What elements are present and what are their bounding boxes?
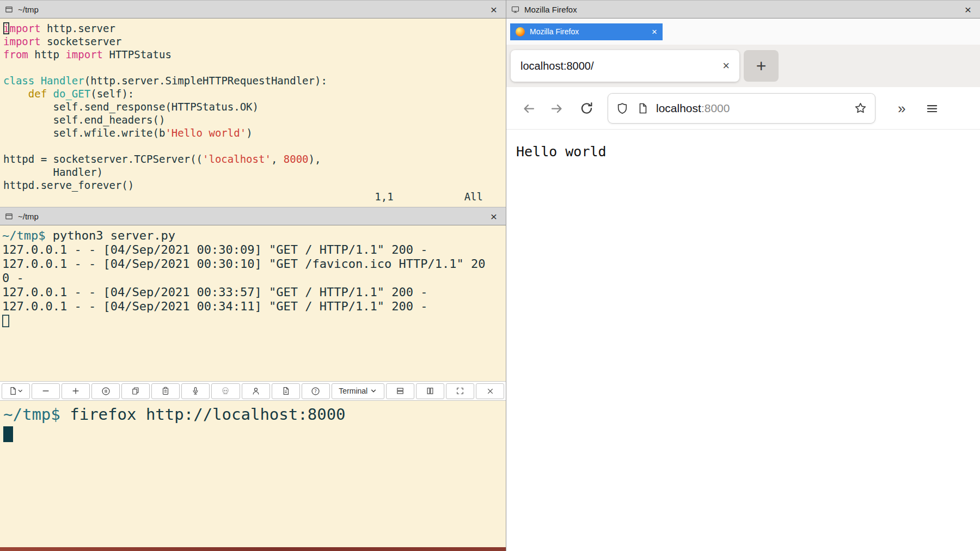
editor-close-button[interactable]: × bbox=[491, 4, 497, 15]
copy-icon bbox=[131, 386, 140, 396]
fullscreen-icon bbox=[455, 386, 465, 396]
wm-tab-row: Mozilla Firefox × bbox=[506, 19, 980, 45]
log-title: ~/tmp bbox=[18, 212, 39, 221]
monitor-icon bbox=[511, 5, 520, 14]
forward-arrow-icon bbox=[550, 101, 565, 116]
help-button[interactable]: ? bbox=[302, 383, 330, 399]
log-close-button[interactable]: × bbox=[491, 211, 497, 222]
firefox-window: Mozilla Firefox × Mozilla Firefox × loca… bbox=[506, 0, 980, 551]
back-button[interactable] bbox=[520, 101, 536, 116]
vim-ruler: 1,1 bbox=[375, 191, 393, 203]
forward-button[interactable] bbox=[550, 101, 565, 116]
terminal-type-select[interactable]: Terminal bbox=[332, 383, 384, 399]
firefox-window-title: Mozilla Firefox bbox=[524, 5, 577, 14]
svg-text:?: ? bbox=[314, 388, 317, 394]
editor-title: ~/tmp bbox=[18, 5, 39, 14]
minus-icon bbox=[41, 386, 51, 396]
code-lines: import http.serverimport socketserverfro… bbox=[3, 22, 504, 192]
split-horizontal-button[interactable] bbox=[386, 383, 414, 399]
plus-icon bbox=[71, 386, 81, 396]
wm-tab-close-button[interactable]: × bbox=[652, 27, 657, 36]
user-button[interactable] bbox=[242, 383, 270, 399]
shell-lines: ~/tmp$ firefox http://localhost:8000 bbox=[3, 405, 503, 442]
pause-icon bbox=[101, 386, 111, 396]
copy-button[interactable] bbox=[121, 383, 150, 399]
shield-icon[interactable] bbox=[616, 102, 629, 115]
hello-world-text: Hello world bbox=[516, 144, 607, 160]
hamburger-menu-icon bbox=[925, 101, 939, 115]
overflow-menu-button[interactable]: » bbox=[898, 101, 905, 115]
navigation-toolbar: localhost :8000 » bbox=[506, 87, 980, 130]
firefox-titlebar[interactable]: Mozilla Firefox × bbox=[506, 0, 980, 19]
microphone-icon bbox=[191, 386, 200, 396]
split-horizontal-icon bbox=[395, 386, 405, 396]
microphone-button[interactable] bbox=[181, 383, 210, 399]
new-window-button[interactable] bbox=[2, 383, 30, 399]
terminal-window-icon bbox=[4, 212, 14, 221]
screen: ~/tmp × import http.serverimport sockets… bbox=[0, 0, 980, 551]
log-lines: ~/tmp$ python3 server.py127.0.0.1 - - [0… bbox=[2, 229, 504, 328]
terminal-panel: ~/tmp × import http.serverimport sockets… bbox=[0, 0, 506, 551]
url-port: :8000 bbox=[701, 102, 730, 115]
back-arrow-icon bbox=[520, 101, 536, 116]
url-bar[interactable]: localhost :8000 bbox=[608, 94, 875, 123]
firefox-window-close-button[interactable]: × bbox=[965, 4, 971, 15]
tab-localhost[interactable]: localhost:8000/ × bbox=[511, 50, 739, 82]
wm-tab-label: Mozilla Firefox bbox=[530, 27, 579, 36]
font-decrease-button[interactable] bbox=[32, 383, 60, 399]
shell-terminal[interactable]: ~/tmp$ firefox http://localhost:8000 bbox=[0, 401, 506, 547]
skull-icon bbox=[220, 386, 230, 396]
font-increase-button[interactable] bbox=[62, 383, 90, 399]
document-icon bbox=[281, 386, 291, 396]
page-icon[interactable] bbox=[636, 102, 649, 115]
toolbar-close-button[interactable] bbox=[476, 383, 504, 399]
fullscreen-button[interactable] bbox=[446, 383, 474, 399]
document-button[interactable] bbox=[272, 383, 300, 399]
firefox-logo-icon bbox=[516, 27, 525, 36]
bookmark-star-button[interactable] bbox=[854, 101, 867, 115]
terminal-type-label: Terminal bbox=[339, 387, 367, 395]
help-icon: ? bbox=[310, 386, 321, 396]
reload-icon bbox=[579, 101, 594, 115]
split-vertical-icon bbox=[425, 386, 435, 396]
wm-tab-firefox[interactable]: Mozilla Firefox × bbox=[510, 23, 663, 40]
vim-editor[interactable]: import http.serverimport socketserverfro… bbox=[0, 19, 506, 207]
new-tab-button[interactable]: + bbox=[744, 50, 779, 82]
url-host: localhost bbox=[656, 102, 701, 115]
broadcast-kill-button[interactable] bbox=[211, 383, 240, 399]
paste-icon bbox=[161, 386, 170, 396]
editor-titlebar[interactable]: ~/tmp × bbox=[0, 0, 506, 19]
tab-close-button[interactable]: × bbox=[722, 60, 730, 72]
terminal-window-icon bbox=[4, 5, 14, 14]
tab-strip: localhost:8000/ × + bbox=[506, 45, 980, 87]
paste-button[interactable] bbox=[151, 383, 180, 399]
tab-title: localhost:8000/ bbox=[520, 60, 594, 72]
split-vertical-button[interactable] bbox=[416, 383, 444, 399]
dock-strip bbox=[0, 547, 506, 551]
pause-button[interactable] bbox=[91, 383, 120, 399]
new-window-icon bbox=[9, 386, 23, 396]
star-icon bbox=[854, 101, 867, 115]
close-icon bbox=[486, 387, 495, 396]
terminal-toolbar: ? Terminal bbox=[0, 381, 506, 401]
chevron-down-icon bbox=[370, 388, 377, 394]
page-content: Hello world bbox=[506, 130, 980, 551]
log-titlebar[interactable]: ~/tmp × bbox=[0, 207, 506, 225]
reload-button[interactable] bbox=[579, 101, 594, 115]
user-icon bbox=[251, 386, 261, 396]
server-log-terminal[interactable]: ~/tmp$ python3 server.py127.0.0.1 - - [0… bbox=[0, 225, 506, 381]
vim-statusline: 1,1 All bbox=[0, 191, 506, 203]
vim-scroll-position: All bbox=[464, 191, 483, 203]
app-menu-button[interactable] bbox=[925, 101, 939, 115]
